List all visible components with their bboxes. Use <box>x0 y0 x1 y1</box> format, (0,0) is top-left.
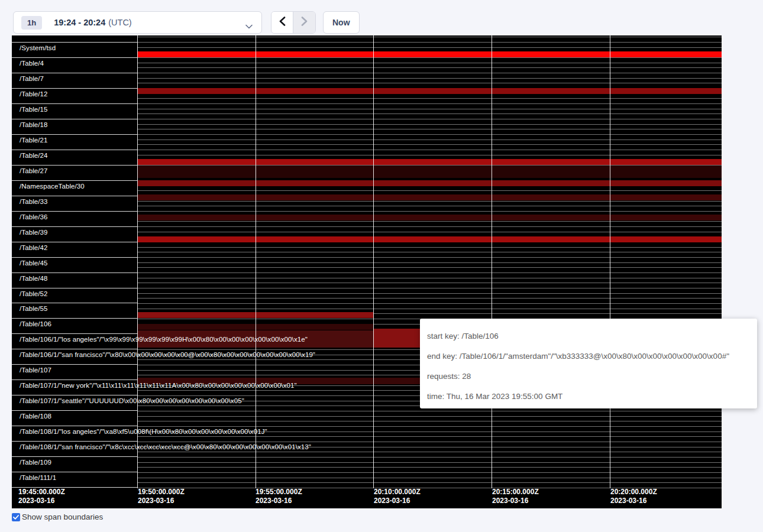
heat-band <box>137 236 722 242</box>
heatmap-row-gridlines <box>137 35 722 488</box>
cell-tooltip: start key: /Table/106 end key: /Table/10… <box>420 319 757 408</box>
time-tick-label: 19:50:00.000Z2023-03-16 <box>138 488 185 505</box>
row-label: /NamespaceTable/30 <box>20 183 85 190</box>
tooltip-time: time: Thu, 16 Mar 2023 19:55:00 GMT <box>427 387 750 407</box>
time-tick-label: 20:20:00.000Z2023-03-16 <box>610 488 657 505</box>
row-label: /Table/106/1/"los angeles"/"\x99\x99\x99… <box>20 336 308 343</box>
next-time-button[interactable] <box>293 12 315 33</box>
row-label: /Table/21 <box>20 137 48 144</box>
row-label: /Table/107 <box>20 366 51 374</box>
time-gridline <box>137 35 138 488</box>
heat-band <box>137 159 722 165</box>
row-label: /Table/18 <box>20 121 48 129</box>
toolbar: 1h 19:24 - 20:24 (UTC) Now <box>0 0 763 35</box>
chevron-right-icon <box>301 17 308 28</box>
row-label: /Table/108 <box>20 413 51 420</box>
row-label: /Table/12 <box>20 90 48 98</box>
row-label: /Table/55 <box>20 305 48 313</box>
time-range-selector[interactable]: 1h 19:24 - 20:24 (UTC) <box>13 11 262 34</box>
tooltip-requests: requests: 28 <box>427 366 750 387</box>
row-label: /Table/109 <box>20 459 51 466</box>
row-label: /System/tsd <box>20 44 56 52</box>
show-span-boundaries-checkbox[interactable] <box>12 513 20 521</box>
now-button[interactable]: Now <box>323 11 360 34</box>
row-label: /Table/33 <box>20 198 48 206</box>
row-label: /Table/106 <box>20 320 51 328</box>
check-icon <box>13 515 19 520</box>
prev-time-button[interactable] <box>271 12 293 33</box>
row-label: /Table/108/1/"los angeles"/"\xa8\xf5\u00… <box>20 428 267 436</box>
row-label: /Table/52 <box>20 290 48 298</box>
row-label: /Table/15 <box>20 106 48 113</box>
time-gridline <box>373 35 374 488</box>
time-gridline <box>610 35 610 488</box>
time-nav-group <box>271 11 316 34</box>
row-label: /Table/4 <box>20 60 44 67</box>
time-range-label: 19:24 - 20:24 <box>54 18 105 27</box>
time-preset-badge: 1h <box>21 16 42 30</box>
show-span-boundaries-label: Show span boundaries <box>22 512 103 521</box>
time-gridline <box>256 35 256 488</box>
tooltip-end-key: end key: /Table/106/1/"amsterdam"/"\xb33… <box>427 346 750 366</box>
row-label: /Table/106/1/"san francisco"/"\x80\x00\x… <box>20 351 315 359</box>
chevron-left-icon <box>279 17 286 28</box>
time-tick-label: 19:45:00.000Z2023-03-16 <box>18 488 65 505</box>
row-label: /Table/27 <box>20 167 48 175</box>
tooltip-start-key: start key: /Table/106 <box>427 326 750 346</box>
row-label: /Table/36 <box>20 213 48 221</box>
chevron-down-icon <box>245 21 253 31</box>
time-tick-label: 19:55:00.000Z2023-03-16 <box>256 488 302 505</box>
heat-band <box>137 194 722 200</box>
row-label: /Table/39 <box>20 229 48 236</box>
heat-band <box>137 166 722 178</box>
row-label: /Table/48 <box>20 275 48 283</box>
time-tick-label: 20:15:00.000Z2023-03-16 <box>492 488 539 505</box>
heat-band <box>137 88 722 94</box>
row-label: /Table/42 <box>20 244 48 252</box>
row-label: /Table/111/1 <box>20 474 56 482</box>
heat-band <box>137 180 722 186</box>
row-label: /Table/107/1/"new york"/"\x11\x11\x11\x1… <box>20 382 297 390</box>
heat-band <box>137 51 722 57</box>
row-label: /Table/108/1/"san francisco"/"\x8c\xcc\x… <box>20 443 311 451</box>
row-label: /Table/107/1/"seattle"/"UUUUUUD\x00\x80\… <box>20 397 244 405</box>
footer-controls: Show span boundaries <box>12 512 103 521</box>
row-label: /Table/45 <box>20 259 48 267</box>
time-tick-label: 20:10:00.000Z2023-03-16 <box>374 488 421 505</box>
row-label: /Table/7 <box>20 75 44 83</box>
heat-band <box>137 215 722 220</box>
timezone-label: (UTC) <box>108 18 131 27</box>
time-gridline <box>492 35 492 488</box>
row-label: /Table/24 <box>20 152 48 160</box>
key-visualizer-heatmap[interactable]: /System/tsd/Table/4/Table/7/Table/12/Tab… <box>12 35 722 508</box>
